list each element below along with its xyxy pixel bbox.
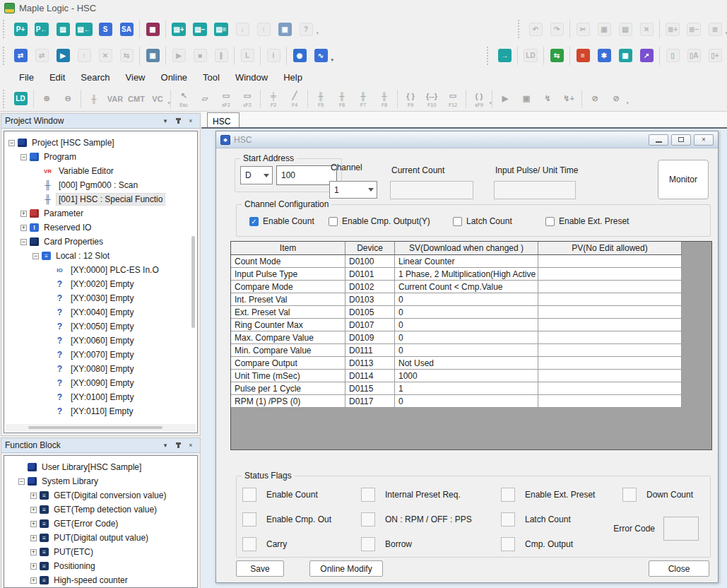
save-button[interactable]: Save [236,560,284,577]
tb-coil-f10-button[interactable]: {--}F10 [421,88,442,110]
tb-run-online-button[interactable]: ▶ [52,45,73,67]
checkbox-4[interactable]: Enable Ext. Preset [545,216,629,226]
grid-cell[interactable] [538,293,682,306]
grid-cell[interactable]: Compare Mode [231,281,345,293]
tree-item[interactable]: ?[XY:0100] Empty [4,390,197,404]
tb-undo-button[interactable]: ↶ [525,18,546,40]
table-row[interactable]: Ring Counter MaxD01070 [231,319,711,331]
table-row[interactable]: Ext. Preset ValD01050 [231,306,711,319]
tb-coil-f4-button[interactable]: ╱F4 [284,88,305,110]
checkbox-unchecked-icon[interactable] [545,217,555,226]
checkbox-1[interactable]: ✓Enable Count [249,216,314,226]
table-row[interactable]: Input Pulse TypeD01011 Phase, 2 Multipli… [231,268,711,281]
grid-cell[interactable]: Not Used [395,357,538,370]
grid-cell[interactable]: D0102 [345,281,395,293]
expand-box[interactable]: + [30,549,37,555]
expand-box[interactable]: + [30,577,37,584]
dropdown-caret-icon[interactable]: ▾ [316,30,319,36]
tree-item[interactable]: +!Reserved IO [4,220,197,235]
tree-item[interactable]: ╫[000] Pgm000 : Scan [4,178,197,192]
tree-item[interactable]: ?[XY:0080] Empty [4,362,197,376]
tb-password-lock-button[interactable]: L [237,45,258,67]
tb-contact-force-button[interactable]: ⊘▾ [605,88,627,110]
tb-compile-all-button[interactable]: ↯+ [558,88,579,110]
tree-item[interactable]: ?[XY:0050] Empty [4,319,197,334]
tree-item[interactable]: IO[XY:0000] PLC-ES In.O [4,263,197,277]
tree-item[interactable]: ?[XY:0110] Empty [4,404,197,418]
grid-cell[interactable]: Int. Preset Val [231,293,345,306]
grid-cell[interactable]: 0 [395,319,538,331]
tb-help-button[interactable]: ?▾ [295,18,317,40]
dialog-title-bar[interactable]: ◆ HSC × [216,131,718,148]
tb-crossref-shuffle-button[interactable]: ⇆ [546,45,567,67]
tab-hsc[interactable]: HSC [207,112,240,127]
close-button[interactable]: × [694,134,714,146]
grid-cell[interactable] [538,357,682,370]
tb-run-program-button[interactable]: ▶ [495,88,516,110]
grid-cell[interactable]: D0101 [345,268,395,281]
tb-sf2-tool-button[interactable]: ▭sF2 [215,88,237,110]
dropdown-caret-icon[interactable]: ▾ [167,100,170,106]
tree-item[interactable]: +≡GET(Digital conversion value) [14,488,197,502]
horizontal-scrollbar-thumb[interactable] [28,426,162,429]
tb-connect-run-button[interactable]: ▶ [168,45,189,67]
toolbar-grip[interactable] [3,20,6,38]
grid-cell[interactable]: Input Pulse Type [231,268,345,281]
expand-box[interactable]: + [30,493,37,499]
tree-item[interactable]: +≡Positioning [14,559,197,573]
menu-window[interactable]: Window [227,70,276,85]
restore-button[interactable] [671,134,691,146]
tb-coil-f9-button[interactable]: { }F9 [400,88,421,110]
tb-cut-button[interactable]: ✂ [572,18,593,40]
dropdown-caret-icon[interactable]: ▾ [331,57,333,63]
tb-ld-option-button[interactable]: LD [10,88,31,110]
tb-trend-graph-button[interactable]: ↗ [636,45,657,67]
grid-cell[interactable] [538,319,682,331]
tree-item[interactable]: ?[XY:0090] Empty [4,376,197,390]
grid-cell[interactable]: 0 [395,293,538,306]
expand-box[interactable]: + [30,521,37,527]
checkbox-2[interactable]: Enable Cmp. Output(Y) [329,216,430,226]
grid-cell[interactable]: Current Count < Cmp.Value [395,281,538,293]
grid-cell[interactable] [538,331,682,344]
grid-cell[interactable] [538,281,682,293]
close-dialog-button[interactable]: Close [649,560,709,577]
tb-coil-sf9-button[interactable]: ( )sF9▾ [468,88,490,110]
tb-option-settings-button[interactable]: ✱ [593,45,615,67]
grid-cell[interactable]: Count Mode [231,255,345,268]
tb-contact-f2-button[interactable]: ╪F2 [263,88,284,110]
tree-item[interactable]: −≡Local : 12 Slot [4,249,197,263]
expand-box[interactable]: + [20,225,27,231]
checkbox-unchecked-icon[interactable] [329,217,338,226]
menu-tool[interactable]: Tool [195,70,227,85]
tb-plc-info-button[interactable]: i [263,45,284,67]
tree-item[interactable]: +≡GET(Temp detection value) [14,502,197,517]
table-row[interactable]: RPM (1) /PPS (0)D01170 [231,395,711,408]
toolbar-grip[interactable] [3,90,6,108]
tb-open-project-button[interactable]: P← [31,18,52,40]
tree-item[interactable]: ╫[001] HSC : Special Functio [4,192,197,206]
checkbox-unchecked-icon[interactable] [453,217,462,226]
grid-cell[interactable] [538,306,682,319]
table-row[interactable]: Int. Preset ValD01030 [231,293,711,306]
tb-connect-pause-button[interactable]: ∥ [211,45,232,67]
tb-remote-monitor-button[interactable]: ▣ [142,45,163,67]
close-icon[interactable]: × [185,116,196,127]
grid-cell[interactable]: Ring Counter Max [231,319,345,331]
tree-item[interactable]: ?[XY:0040] Empty [4,305,197,319]
tb-contact-f5-button[interactable]: ╫F5 [310,88,331,110]
tree-item[interactable]: ?[XY:0070] Empty [4,348,197,362]
tb-program-list-button[interactable]: ▤≡ [211,18,232,40]
grid-cell[interactable]: 1000 [395,370,538,382]
tb-contact-f6-button[interactable]: ╫F6 [331,88,353,110]
tb-window-tile-button[interactable]: ▦ [142,18,163,40]
grid-cell[interactable] [538,370,682,382]
tb-copy-button[interactable]: ▣ [593,18,615,40]
tb-add-program-button[interactable]: ▤+ [168,18,189,40]
expand-box[interactable]: + [30,507,37,513]
grid-cell[interactable]: D0105 [345,306,395,319]
grid-cell[interactable]: Pulse per 1 Cycle [231,382,345,395]
tb-compile-button[interactable]: ↯ [537,88,558,110]
tb-device-window-button[interactable]: ╫ [83,88,105,110]
tb-variable-window-button[interactable]: VAR [105,88,126,110]
